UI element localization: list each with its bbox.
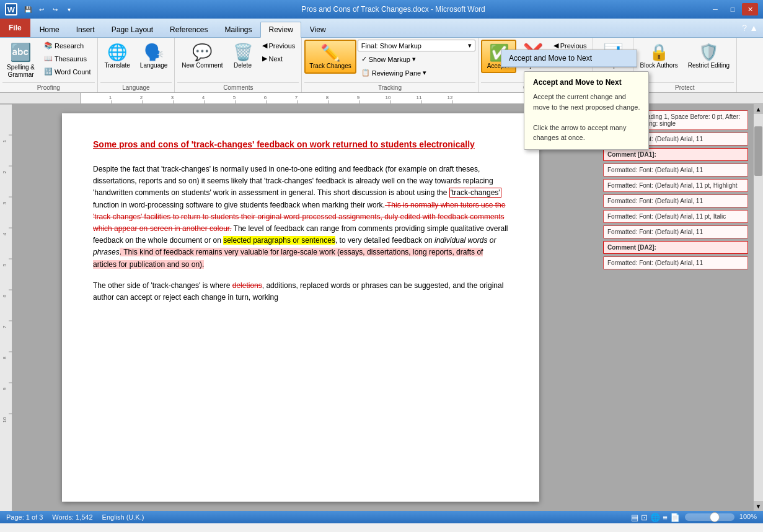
- svg-text:2: 2: [2, 170, 7, 173]
- block-authors-button[interactable]: 🔒 Block Authors: [636, 40, 682, 72]
- para1-start: Despite the fact that 'track-changes' is…: [93, 165, 493, 197]
- thesaurus-button[interactable]: 📖 Thesaurus: [40, 53, 95, 64]
- language-group: 🌐 Translate 🗣️ Language Language: [98, 38, 175, 92]
- annotation-2-text: Comment [DA1]:: [607, 151, 744, 158]
- qa-more[interactable]: ▾: [63, 4, 74, 15]
- file-tab[interactable]: File: [0, 19, 30, 37]
- annotation-8: Comment [DA2]:: [603, 241, 748, 254]
- paragraph-1: Despite the fact that 'track-changes' is…: [93, 164, 508, 271]
- thesaurus-label: Thesaurus: [55, 55, 87, 63]
- tab-review[interactable]: Review: [260, 22, 301, 38]
- comments-group: 💬 New Comment 🗑️ Delete ◀ Previous ▶ Nex…: [175, 38, 302, 92]
- spelling-grammar-button[interactable]: 🔤 Spelling &Grammar: [2, 40, 39, 81]
- para2-deleted: deletions: [232, 281, 262, 290]
- para1-highlight: selected paragraphs or sentences: [223, 236, 335, 245]
- document-title: Some pros and cons of 'track-changes' fe…: [93, 138, 508, 151]
- next-comment-icon: ▶: [262, 55, 267, 63]
- tab-insert[interactable]: Insert: [68, 22, 103, 37]
- tab-home[interactable]: Home: [32, 22, 68, 37]
- track-changes-label: Track Changes: [309, 63, 351, 70]
- translate-button[interactable]: 🌐 Translate: [100, 40, 135, 72]
- tab-view[interactable]: View: [302, 22, 334, 37]
- tracking-options: Final: Show Markup ▾ ✓ Show Markup ▾ 📋 R…: [358, 40, 475, 79]
- track-changes-button[interactable]: ✏️ Track Changes: [304, 40, 356, 74]
- window-controls: ─ □ ✕: [707, 3, 758, 15]
- title-bar: W 💾 ↩ ↪ ▾ Pros and Cons of Track Changes…: [0, 0, 763, 19]
- print-layout-btn[interactable]: ▤: [631, 513, 638, 522]
- block-authors-icon: 🔒: [649, 43, 669, 62]
- annotation-6: Formatted: Font: (Default) Arial, 11 pt,…: [603, 210, 748, 223]
- language-label: Language: [140, 62, 168, 69]
- show-markup-label: Show Markup: [369, 56, 410, 63]
- svg-text:2: 2: [140, 95, 143, 100]
- previous-comment-button[interactable]: ◀ Previous: [258, 40, 299, 51]
- scroll-down-button[interactable]: ▼: [754, 501, 763, 511]
- svg-text:10: 10: [386, 95, 391, 100]
- word-count-indicator: Words: 1,542: [52, 513, 92, 521]
- word-count-label: Word Count: [55, 68, 91, 76]
- svg-text:3: 3: [171, 95, 174, 100]
- window-title: Pros and Cons of Track Changes.docx - Mi…: [79, 5, 707, 14]
- svg-text:4: 4: [202, 95, 205, 100]
- delete-comment-button[interactable]: 🗑️ Delete: [229, 40, 257, 72]
- research-icon: 📚: [44, 41, 53, 50]
- tooltip-line2: move to the next proposed change.: [533, 103, 640, 111]
- minimize-ribbon-icon[interactable]: ▲: [749, 23, 758, 33]
- help-icon[interactable]: ?: [742, 23, 747, 33]
- restrict-editing-button[interactable]: 🛡️ Restrict Editing: [684, 40, 734, 72]
- spelling-icon: 🔤: [10, 42, 32, 63]
- tab-mailings[interactable]: Mailings: [216, 22, 260, 37]
- next-comment-button[interactable]: ▶ Next: [258, 53, 299, 64]
- scroll-up-button[interactable]: ▲: [754, 104, 763, 114]
- annotation-2: Comment [DA1]:: [603, 148, 748, 161]
- final-show-markup-dropdown[interactable]: Final: Show Markup ▾: [358, 40, 475, 51]
- accept-move-next-item[interactable]: Accept and Move to Next: [501, 50, 637, 67]
- view-controls: ▤ ⊡ 🌐 ≡ 📄 100%: [631, 513, 757, 522]
- tracking-group-label: Tracking: [304, 82, 475, 92]
- qa-save[interactable]: 💾: [22, 4, 33, 15]
- qa-undo[interactable]: ↩: [36, 4, 47, 15]
- zoom-slider[interactable]: [685, 513, 734, 521]
- proofing-group-label: Proofing: [2, 82, 95, 92]
- vertical-ruler: 1 2 3 4 5 6 7 8 9 10: [0, 104, 12, 511]
- show-markup-button[interactable]: ✓ Show Markup ▾: [358, 53, 475, 65]
- comments-nav: ◀ Previous ▶ Next: [258, 40, 299, 64]
- delete-comment-label: Delete: [234, 62, 252, 69]
- track-changes-icon: ✏️: [320, 43, 340, 63]
- svg-text:3: 3: [2, 201, 7, 204]
- new-comment-button[interactable]: 💬 New Comment: [177, 40, 227, 72]
- tab-references[interactable]: References: [162, 22, 216, 37]
- restore-button[interactable]: □: [725, 3, 741, 15]
- doc-area: 1 2 3 4 5 6 7 8 9 10: [0, 104, 763, 511]
- zoom-thumb[interactable]: [710, 512, 720, 522]
- full-screen-btn[interactable]: ⊡: [641, 513, 648, 522]
- prev-comment-label: Previous: [269, 42, 296, 50]
- word-count-button[interactable]: 🔢 Word Count: [40, 66, 95, 77]
- research-button[interactable]: 📚 Research: [40, 40, 95, 51]
- reviewing-pane-button[interactable]: 📋 Reviewing Pane ▾: [358, 67, 475, 79]
- web-layout-btn[interactable]: 🌐: [650, 513, 660, 522]
- minimize-button[interactable]: ─: [707, 3, 723, 15]
- block-authors-label: Block Authors: [640, 62, 678, 69]
- outline-btn[interactable]: ≡: [663, 513, 668, 522]
- svg-text:5: 5: [2, 263, 7, 266]
- svg-text:1: 1: [2, 139, 7, 142]
- language-button[interactable]: 🗣️ Language: [136, 40, 172, 72]
- annotation-7: Formatted: Font: (Default) Arial, 11: [603, 225, 748, 238]
- draft-btn[interactable]: 📄: [670, 513, 680, 522]
- para1-mid: function in word-processing software to …: [93, 201, 385, 209]
- document-page: Some pros and cons of 'track-changes' fe…: [62, 113, 539, 502]
- scroll-thumb[interactable]: [754, 126, 762, 176]
- qa-redo[interactable]: ↪: [50, 4, 61, 15]
- next-comment-label: Next: [269, 55, 283, 63]
- proofing-mini-col: 📚 Research 📖 Thesaurus 🔢 Word Count: [40, 40, 95, 77]
- close-button[interactable]: ✕: [742, 3, 758, 15]
- language-content: 🌐 Translate 🗣️ Language: [100, 40, 172, 81]
- tab-page-layout[interactable]: Page Layout: [104, 22, 161, 37]
- annotation-9: Formatted: Font: (Default) Arial, 11: [603, 256, 748, 269]
- svg-text:1: 1: [109, 95, 112, 100]
- para1-end2: ).: [200, 260, 204, 269]
- dropdown-arrow: ▾: [468, 41, 472, 50]
- vertical-scrollbar[interactable]: ▲ ▼: [753, 104, 763, 511]
- new-comment-icon: 💬: [192, 43, 212, 62]
